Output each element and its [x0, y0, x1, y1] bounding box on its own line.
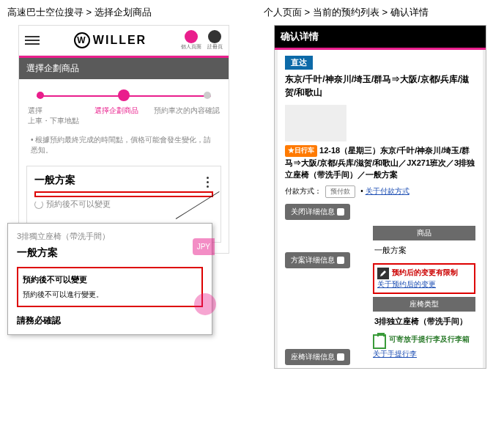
willer-logo[interactable]: WWILLER: [74, 32, 147, 48]
change-restriction-card: 预约后的变更有限制 关于预约后的变更: [373, 263, 475, 294]
fab-partial: [194, 293, 216, 315]
popup-subtitle: 3排獨立座椅（帶洗手間）: [17, 231, 203, 242]
seat-section-header: 座椅类型: [373, 297, 475, 312]
seat-detail-button[interactable]: 座椅详细信息: [285, 349, 350, 365]
expand-icon: [337, 353, 344, 361]
product-name: 一般方案: [373, 240, 475, 260]
close-detail-button[interactable]: 关闭详细信息: [285, 204, 350, 220]
luggage-icon: [373, 334, 386, 349]
plan-detail-button[interactable]: 方案详细信息: [285, 252, 350, 268]
confirm-label: 請務必確認: [17, 315, 203, 327]
luggage-link[interactable]: 关于手提行李: [373, 350, 417, 358]
phone-left: WWILLER 個人頁面 註冊頁 選擇企劃商品 選擇上車・下車地點 選擇企劃商品…: [18, 25, 229, 254]
route-text: 东京/千叶/神奈川/埼玉/群马⇒大阪/京都/兵库/滋贺/和歌山: [285, 73, 475, 99]
page-title: 确认详情: [275, 26, 486, 48]
no-change-note: 預約後不可以變更: [34, 199, 213, 210]
plan-title: 一般方案: [34, 174, 213, 187]
trip-description: ★日行车 12-18（星期三）东京/千叶/神奈川/埼玉/群马⇒大阪/京都/兵库/…: [285, 144, 475, 181]
luggage-info: 可寄放手提行李及行李箱: [373, 334, 475, 349]
breadcrumb-right: 个人页面 > 当前的预约列表 > 确认详情: [264, 6, 497, 19]
plan-detail-popup: JPY 3排獨立座椅（帶洗手間） 一般方案 預約後不可以變更 預約後不可以進行變…: [7, 223, 212, 335]
more-menu-icon[interactable]: [200, 172, 215, 191]
product-section-header: 商品: [373, 226, 475, 240]
refresh-icon: [34, 200, 43, 209]
popup-title: 一般方案: [17, 246, 203, 260]
pencil-icon: [377, 268, 389, 279]
phone-right: 确认详情 直达 东京/千叶/神奈川/埼玉/群马⇒大阪/京都/兵库/滋贺/和歌山 …: [274, 25, 486, 369]
payment-row: 付款方式： 预付款 • 关于付款方式: [285, 185, 475, 198]
no-change-warning: 預約後不可以變更 預約後不可以進行變更。: [17, 267, 203, 307]
section-title: 選擇企劃商品: [19, 58, 229, 79]
member-icon[interactable]: 註冊頁: [207, 30, 223, 51]
step-indicator: 選擇上車・下車地點 選擇企劃商品 預約車次的内容確認: [19, 79, 229, 132]
payment-link[interactable]: 关于付款方式: [366, 187, 410, 195]
login-icon[interactable]: 個人頁面: [181, 30, 201, 51]
hamburger-icon[interactable]: [25, 36, 40, 45]
expand-icon: [337, 257, 344, 264]
collapse-icon: [337, 208, 344, 216]
more-menu-highlight: [34, 191, 213, 197]
direct-badge: 直达: [285, 56, 313, 70]
price-note: 根據預約最終完成的時間點，價格可能會發生變化，請悉知。: [19, 132, 229, 163]
jpy-chip: JPY: [193, 238, 215, 255]
breadcrumb-left: 高速巴士空位搜寻 > 选择企划商品: [7, 6, 240, 19]
payment-chip: 预付款: [325, 185, 355, 198]
seat-name: 3排独立座椅（带洗手间）: [373, 312, 475, 331]
day-service-badge: ★日行车: [285, 145, 317, 157]
bus-image-placeholder: [285, 105, 346, 141]
change-link[interactable]: 关于预约后的变更: [377, 280, 436, 288]
